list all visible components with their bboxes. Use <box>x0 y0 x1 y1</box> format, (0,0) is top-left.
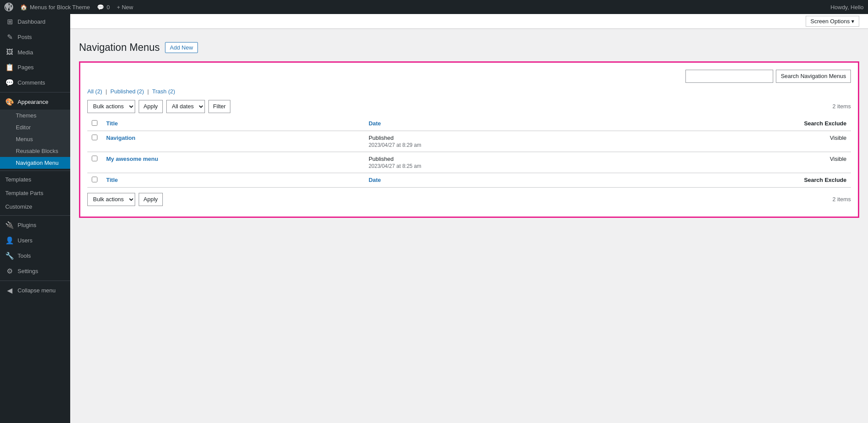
filter-all[interactable]: All (2) <box>87 88 102 95</box>
wp-logo-icon <box>4 3 13 11</box>
date-sort-link-footer[interactable]: Date <box>369 177 381 183</box>
sidebar-item-label: Comments <box>18 79 45 86</box>
howdy-text: Howdy, Hello <box>830 4 864 11</box>
td-title-2: My awesome menu <box>102 152 364 173</box>
sidebar-item-settings[interactable]: ⚙ Settings <box>0 263 70 279</box>
sidebar-appearance-label: Appearance <box>18 99 48 105</box>
sidebar-item-navigation-menu[interactable]: Navigation Menu <box>0 157 70 169</box>
comments-link[interactable]: 💬 0 <box>97 4 110 11</box>
date-sort-link[interactable]: Date <box>369 120 381 127</box>
separator-2: | <box>147 88 151 95</box>
main-content: Screen Options ▾ Navigation Menus Add Ne… <box>70 14 868 423</box>
dashboard-icon: ⊞ <box>5 18 14 26</box>
sidebar-item-editor[interactable]: Editor <box>0 121 70 133</box>
screen-options-bar: Screen Options ▾ <box>70 14 868 29</box>
templates-label: Templates <box>5 176 31 183</box>
row-title-link-2[interactable]: My awesome menu <box>106 156 158 162</box>
admin-menu: ⊞ Dashboard ✎ Posts 🖼 Media 📋 Pa <box>0 14 70 423</box>
row-title-link-1[interactable]: Navigation <box>106 135 135 141</box>
sidebar-item-label: Dashboard <box>18 18 46 25</box>
sidebar-item-reusable-blocks[interactable]: Reusable Blocks <box>0 145 70 157</box>
wp-logo-link[interactable] <box>4 3 13 11</box>
row-checkbox-1[interactable] <box>92 135 97 140</box>
settings-label: Settings <box>18 268 38 274</box>
sidebar-collapse-menu[interactable]: ◀ Collapse menu <box>0 283 70 298</box>
content-area: Search Navigation Menus All (2) | Publis… <box>79 61 859 218</box>
sidebar-item-comments[interactable]: 💬 Comments <box>0 75 70 90</box>
td-search-exclude-2: Visible <box>630 152 851 173</box>
sidebar-item-dashboard[interactable]: ⊞ Dashboard <box>0 14 70 29</box>
sidebar-item-menus[interactable]: Menus <box>0 133 70 145</box>
row-status-2: Published <box>369 156 625 162</box>
sidebar-item-label: Media <box>18 49 33 56</box>
filter-trash[interactable]: Trash (2) <box>152 88 175 95</box>
sidebar-item-appearance[interactable]: 🎨 Appearance <box>0 94 70 110</box>
td-date-2: Published 2023/04/27 at 8:25 am <box>364 152 630 173</box>
sidebar-item-label: Pages <box>18 64 34 71</box>
sidebar-item-tools[interactable]: 🔧 Tools <box>0 248 70 263</box>
filter-published[interactable]: Published (2) <box>111 88 144 95</box>
wp-wrap: ⊞ Dashboard ✎ Posts 🖼 Media 📋 Pa <box>0 14 868 423</box>
sidebar-item-users[interactable]: 👤 Users <box>0 233 70 248</box>
title-sort-link[interactable]: Title <box>106 120 118 127</box>
sidebar-item-label: Posts <box>18 34 32 40</box>
sidebar-item-pages[interactable]: 📋 Pages <box>0 60 70 75</box>
bulk-actions-bottom-select[interactable]: Bulk actions <box>87 193 135 206</box>
row-checkbox-2[interactable] <box>92 156 97 161</box>
comments-count: 0 <box>107 4 110 11</box>
menu-divider-4 <box>0 281 70 281</box>
th-date: Date <box>364 117 630 131</box>
menus-label: Menus <box>16 136 33 142</box>
table-row: Navigation Published 2023/04/27 at 8:29 … <box>87 131 851 152</box>
site-name-link[interactable]: 🏠 Menus for Block Theme <box>20 4 90 11</box>
new-content-link[interactable]: + New <box>117 4 133 11</box>
posts-icon: ✎ <box>5 33 14 41</box>
apply-top-button[interactable]: Apply <box>139 100 163 113</box>
sidebar-item-themes[interactable]: Themes <box>0 110 70 121</box>
table-row: My awesome menu Published 2023/04/27 at … <box>87 152 851 173</box>
users-icon: 👤 <box>5 236 14 245</box>
table-body: Navigation Published 2023/04/27 at 8:29 … <box>87 131 851 173</box>
sidebar-item-template-parts[interactable]: Template Parts <box>0 186 70 200</box>
menu-divider-2 <box>0 171 70 171</box>
page-header: Navigation Menus Add New <box>79 41 859 54</box>
tablenav-top: Bulk actions Apply All dates Filter 2 it… <box>87 100 851 113</box>
add-new-button[interactable]: Add New <box>165 42 198 53</box>
tools-label: Tools <box>18 252 31 259</box>
sidebar-item-plugins[interactable]: 🔌 Plugins <box>0 217 70 233</box>
separator-1: | <box>106 88 109 95</box>
search-button[interactable]: Search Navigation Menus <box>776 70 851 83</box>
filter-links: All (2) | Published (2) | Trash (2) <box>87 88 851 95</box>
table-footer-row: Title Date Search Exclude <box>87 173 851 187</box>
screen-options-button[interactable]: Screen Options ▾ <box>806 16 859 27</box>
row-status-1: Published <box>369 135 625 141</box>
items-count-bottom: 2 items <box>832 196 851 203</box>
td-search-exclude-1: Visible <box>630 131 851 152</box>
site-name: Menus for Block Theme <box>30 4 90 11</box>
all-dates-select[interactable]: All dates <box>166 100 205 113</box>
template-parts-label: Template Parts <box>5 190 43 196</box>
sidebar-item-posts[interactable]: ✎ Posts <box>0 29 70 45</box>
themes-label: Themes <box>16 112 36 119</box>
td-date-1: Published 2023/04/27 at 8:29 am <box>364 131 630 152</box>
menu-divider <box>0 92 70 92</box>
search-input[interactable] <box>685 70 773 83</box>
filter-button[interactable]: Filter <box>208 100 231 113</box>
sidebar-item-templates[interactable]: Templates <box>0 173 70 186</box>
bulk-actions-top-select[interactable]: Bulk actions <box>87 100 135 113</box>
td-checkbox-1 <box>87 131 102 152</box>
editor-label: Editor <box>16 124 31 131</box>
tfoot-title: Title <box>102 173 364 187</box>
select-all-checkbox[interactable] <box>92 120 97 126</box>
tfoot-checkbox <box>87 173 102 187</box>
select-all-footer-checkbox[interactable] <box>92 177 97 182</box>
media-icon: 🖼 <box>5 48 14 56</box>
title-sort-link-footer[interactable]: Title <box>106 177 118 183</box>
sidebar-item-media[interactable]: 🖼 Media <box>0 45 70 60</box>
sidebar-item-customize[interactable]: Customize <box>0 200 70 213</box>
tablenav-bottom: Bulk actions Apply 2 items <box>87 193 851 206</box>
pages-icon: 📋 <box>5 63 14 71</box>
menu-divider-3 <box>0 215 70 216</box>
apply-bottom-button[interactable]: Apply <box>139 193 163 206</box>
td-checkbox-2 <box>87 152 102 173</box>
